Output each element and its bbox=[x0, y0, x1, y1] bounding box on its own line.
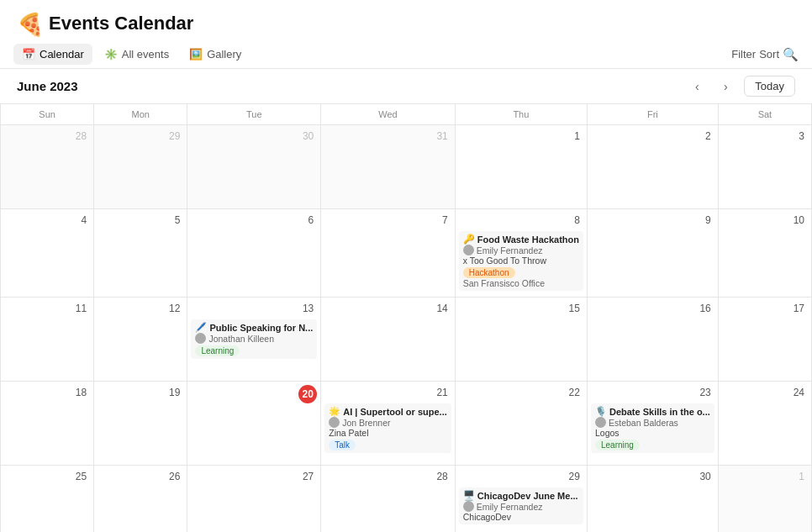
day-header-sun: Sun bbox=[1, 104, 94, 125]
cal-cell[interactable]: 25 bbox=[1, 466, 94, 532]
day-number: 21 bbox=[324, 385, 451, 402]
tab-calendar[interactable]: 📅 Calendar bbox=[13, 44, 92, 65]
event-card[interactable]: 🌟 AI | Supertool or supe... Jon Brenner … bbox=[324, 403, 451, 453]
event-card[interactable]: 🖥️ ChicagoDev June Me... Emily Fernandez… bbox=[459, 487, 583, 524]
avatar bbox=[595, 417, 606, 428]
day-number: 3 bbox=[722, 129, 808, 145]
cal-cell[interactable]: 19 bbox=[94, 382, 187, 466]
cal-cell[interactable]: 22 bbox=[456, 382, 588, 466]
calendar-grid: Sun Mon Tue Wed Thu Fri Sat 282930311234… bbox=[0, 103, 812, 532]
cal-cell[interactable]: 29 🖥️ ChicagoDev June Me... Emily Fernan… bbox=[456, 466, 588, 532]
cal-cell[interactable]: 30 bbox=[588, 466, 719, 532]
day-number: 10 bbox=[722, 213, 808, 229]
day-number: 2 bbox=[591, 129, 714, 145]
day-number: 1 bbox=[459, 129, 583, 145]
day-header-thu: Thu bbox=[456, 104, 588, 125]
avatar bbox=[463, 245, 474, 255]
cal-cell[interactable]: 18 bbox=[1, 382, 94, 466]
nav-bar: 📅 Calendar ✳️ All events 🖼️ Gallery Filt… bbox=[0, 40, 812, 69]
gallery-tab-label: Gallery bbox=[207, 48, 241, 61]
cal-cell[interactable]: 26 bbox=[94, 466, 187, 532]
event-org: Logos bbox=[595, 428, 710, 438]
cal-cell[interactable]: 9 bbox=[588, 209, 719, 298]
event-org: Zina Patel bbox=[329, 428, 446, 438]
day-number: 18 bbox=[4, 385, 90, 402]
cal-cell[interactable]: 24 bbox=[719, 382, 812, 466]
event-emoji: 🔑 bbox=[463, 234, 475, 245]
today-button[interactable]: Today bbox=[744, 76, 795, 97]
event-title: 🎙️ Debate Skills in the o... bbox=[595, 406, 710, 417]
cal-cell[interactable]: 4 bbox=[1, 209, 94, 298]
event-emoji: 🌟 bbox=[329, 406, 340, 417]
day-header-sat: Sat bbox=[719, 104, 812, 125]
day-number: 22 bbox=[459, 385, 583, 402]
event-person: Esteban Balderas bbox=[595, 417, 710, 428]
event-person: Emily Fernandez bbox=[463, 245, 579, 255]
day-number: 14 bbox=[324, 301, 451, 318]
day-header-wed: Wed bbox=[321, 104, 455, 125]
day-number: 15 bbox=[459, 301, 583, 318]
cal-cell[interactable]: 13 🖊️ Public Speaking for N... Jonathan … bbox=[187, 298, 321, 382]
day-number: 27 bbox=[191, 469, 317, 486]
day-number: 17 bbox=[722, 301, 808, 318]
cal-cell[interactable]: 30 bbox=[187, 125, 321, 209]
cal-cell[interactable]: 16 bbox=[588, 298, 719, 382]
event-card[interactable]: 🎙️ Debate Skills in the o... Esteban Bal… bbox=[591, 403, 714, 453]
cal-cell[interactable]: 29 bbox=[94, 125, 187, 209]
tab-all-events[interactable]: ✳️ All events bbox=[96, 44, 177, 65]
day-number: 5 bbox=[98, 213, 183, 229]
event-card[interactable]: 🔑 Food Waste Hackathon Emily Fernandez x… bbox=[459, 231, 583, 291]
cal-cell[interactable]: 12 bbox=[94, 298, 187, 382]
day-number: 20 bbox=[191, 385, 317, 416]
day-number: 19 bbox=[98, 385, 183, 402]
cal-cell[interactable]: 20 bbox=[187, 382, 321, 466]
event-title: 🌟 AI | Supertool or supe... bbox=[329, 406, 446, 417]
avatar bbox=[195, 333, 206, 344]
cal-cell[interactable]: 23 🎙️ Debate Skills in the o... Esteban … bbox=[588, 382, 719, 466]
search-button[interactable]: 🔍 bbox=[783, 47, 799, 62]
filter-button[interactable]: Filter bbox=[731, 48, 756, 61]
cal-cell[interactable]: 6 bbox=[187, 209, 321, 298]
cal-cell[interactable]: 2 bbox=[588, 125, 719, 209]
event-title: 🔑 Food Waste Hackathon bbox=[463, 234, 579, 245]
cal-cell[interactable]: 21 🌟 AI | Supertool or supe... Jon Brenn… bbox=[321, 382, 455, 466]
cal-cell[interactable]: 28 bbox=[1, 125, 94, 209]
cal-cell[interactable]: 7 bbox=[321, 209, 455, 298]
event-badge: Learning bbox=[595, 440, 640, 450]
prev-month-button[interactable]: ‹ bbox=[687, 76, 707, 97]
cal-cell[interactable]: 17 bbox=[719, 298, 812, 382]
event-person: Jonathan Killeen bbox=[195, 333, 313, 344]
app-title: Events Calendar bbox=[49, 13, 193, 34]
event-card[interactable]: 🖊️ Public Speaking for N... Jonathan Kil… bbox=[191, 319, 317, 359]
event-org: x Too Good To Throw bbox=[463, 255, 579, 266]
sort-button[interactable]: Sort bbox=[759, 48, 779, 61]
event-emoji: 🖥️ bbox=[463, 490, 475, 501]
cal-cell[interactable]: 14 bbox=[321, 298, 455, 382]
cal-cell[interactable]: 15 bbox=[456, 298, 588, 382]
cal-cell[interactable]: 31 bbox=[321, 125, 455, 209]
cal-cell[interactable]: 1 bbox=[456, 125, 588, 209]
event-badge: Learning bbox=[195, 345, 240, 356]
day-number: 6 bbox=[191, 213, 317, 229]
next-month-button[interactable]: › bbox=[715, 76, 736, 97]
cal-cell[interactable]: 1 bbox=[719, 466, 812, 532]
avatar bbox=[463, 501, 474, 512]
cal-cell[interactable]: 28 bbox=[321, 466, 455, 532]
cal-cell[interactable]: 3 bbox=[719, 125, 812, 209]
day-number: 12 bbox=[98, 301, 183, 318]
day-number: 28 bbox=[324, 469, 451, 486]
cal-cell[interactable]: 8 🔑 Food Waste Hackathon Emily Fernandez… bbox=[456, 209, 588, 298]
cal-cell[interactable]: 11 bbox=[1, 298, 94, 382]
day-number: 24 bbox=[722, 385, 808, 402]
cal-cell[interactable]: 5 bbox=[94, 209, 187, 298]
cal-cell[interactable]: 10 bbox=[719, 209, 812, 298]
day-number: 11 bbox=[4, 301, 90, 318]
app-logo: 🍕 bbox=[17, 12, 40, 35]
event-location: San Fransisco Office bbox=[463, 278, 579, 288]
day-number: 8 bbox=[459, 213, 583, 229]
day-number: 7 bbox=[324, 213, 451, 229]
tab-gallery[interactable]: 🖼️ Gallery bbox=[181, 44, 250, 65]
event-emoji: 🎙️ bbox=[595, 406, 607, 417]
cal-cell[interactable]: 27 bbox=[187, 466, 321, 532]
calendar-tab-label: Calendar bbox=[40, 48, 84, 61]
